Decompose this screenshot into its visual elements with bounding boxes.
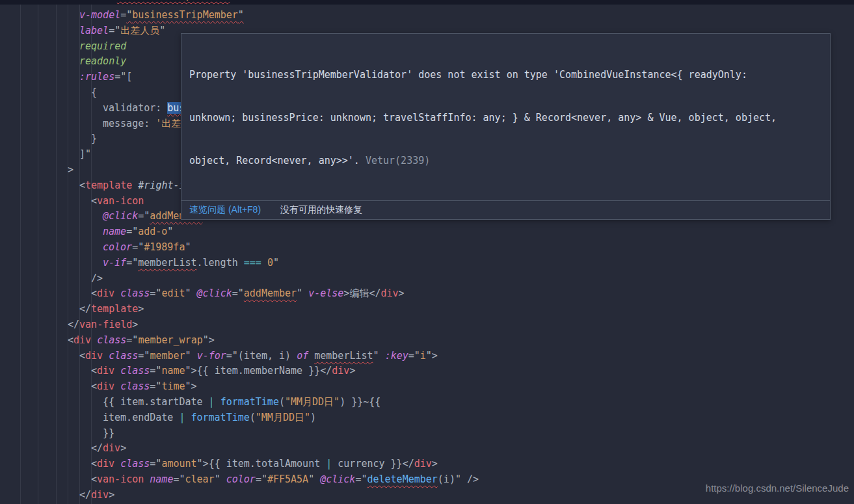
code-token: class	[109, 350, 138, 362]
code-token: deleteMember	[367, 473, 437, 485]
code-token: "	[185, 287, 197, 299]
code-line[interactable]: <div class="member_wrap">	[0, 333, 854, 349]
code-token: </	[403, 458, 414, 470]
code-token: "	[126, 9, 132, 21]
peek-problem-link[interactable]: 速览问题 (Alt+F8)	[189, 204, 261, 216]
code-token	[215, 396, 220, 408]
code-token: i	[420, 350, 426, 362]
code-token: >	[132, 319, 138, 330]
watermark-url: https://blog.csdn.net/SilenceJude	[706, 483, 849, 494]
code-token: "	[373, 350, 385, 362]
code-token: ===	[244, 257, 261, 269]
code-token: )	[310, 412, 316, 423]
code-token: validator:	[103, 102, 167, 114]
error-message-line: object, Record<never, any>>'. Vetur(2339…	[189, 153, 822, 168]
code-line[interactable]: name="add-o"	[0, 224, 854, 240]
code-token: </	[320, 365, 332, 377]
code-token: "	[238, 9, 244, 21]
code-line[interactable]: <div class="member" v-for="(item, i) of …	[0, 349, 854, 364]
code-token: <	[91, 287, 97, 299]
code-token	[103, 350, 109, 362]
code-token: ="	[408, 350, 420, 362]
code-editor[interactable]: name="businessTripNumber" v-model="busin…	[0, 0, 854, 504]
code-line[interactable]: v-model="businessTripMember"	[0, 8, 854, 23]
code-token: <	[91, 380, 97, 392]
code-token: class	[97, 334, 126, 346]
code-token: >	[138, 303, 144, 315]
code-token: 出差人员	[120, 25, 159, 36]
code-token: <	[91, 195, 97, 207]
code-line[interactable]: color="#1989fa"	[0, 240, 854, 256]
code-line[interactable]: v-if="memberList.length === 0"	[0, 256, 854, 271]
code-token: <	[91, 473, 97, 485]
code-token: name	[79, 0, 105, 1]
code-line[interactable]: name="businessTripNumber"	[0, 0, 854, 5]
code-token: readonly	[79, 55, 126, 67]
code-token: "MM月DD日"	[285, 396, 340, 408]
code-token: @click	[320, 473, 355, 485]
code-token: businessTripMember	[132, 9, 238, 21]
code-token: ="	[138, 350, 150, 362]
code-token: add-o	[138, 226, 167, 237]
code-token: ">	[197, 458, 209, 470]
hover-actions-bar: 速览问题 (Alt+F8) 没有可用的快速修复	[181, 200, 830, 219]
code-line[interactable]: />	[0, 271, 854, 287]
code-token: name	[150, 473, 173, 485]
code-line[interactable]: <div class="time">	[0, 379, 854, 395]
code-token: "	[297, 287, 308, 299]
code-token: |	[209, 396, 215, 408]
code-line[interactable]: </div>	[0, 441, 854, 457]
code-token: </	[91, 442, 103, 454]
code-token: div	[103, 442, 120, 454]
code-token: </	[369, 287, 380, 299]
code-token: ">	[185, 365, 197, 377]
code-line[interactable]: <div class="name">{{ item.memberName }}<…	[0, 364, 854, 379]
code-token: 0	[267, 257, 273, 269]
code-token: ="[	[114, 71, 132, 83]
code-line[interactable]: <div class="amount">{{ item.totalAmount …	[0, 457, 854, 472]
code-token: class	[120, 458, 150, 470]
code-token: color	[226, 473, 256, 485]
code-token: ="	[105, 0, 117, 1]
code-line[interactable]: }}	[0, 426, 854, 442]
error-message-line: Property 'businessTripMemberValidator' d…	[189, 68, 822, 82]
code-token: member	[150, 350, 185, 362]
code-token: amount	[161, 458, 196, 470]
code-token: div	[85, 350, 103, 362]
code-token: ="	[150, 287, 161, 299]
code-token: =	[120, 9, 126, 21]
code-token: class	[120, 365, 150, 377]
code-token: ="	[109, 25, 120, 36]
code-token: >	[399, 287, 405, 299]
code-token	[261, 257, 267, 269]
code-line[interactable]: </van-field>	[0, 317, 854, 333]
code-token: div	[97, 380, 114, 392]
code-token: >	[68, 164, 73, 176]
code-token: name	[161, 365, 185, 377]
code-token: "	[273, 257, 279, 269]
code-line[interactable]: {{ item.startDate | formatTime("MM月DD日")…	[0, 395, 854, 410]
code-token: time	[161, 380, 185, 392]
code-token: v-for	[197, 350, 226, 362]
code-token: ="	[150, 380, 161, 392]
code-token: ="	[232, 287, 244, 299]
code-token: <	[79, 350, 85, 362]
code-token: edit	[161, 287, 185, 299]
code-token	[114, 365, 120, 377]
code-token: ) }}~{{	[340, 396, 380, 408]
code-token: div	[97, 287, 114, 299]
code-token: "	[185, 241, 191, 253]
code-token: color	[103, 241, 132, 253]
code-line[interactable]: item.endDate | formatTime("MM月DD日")	[0, 410, 854, 426]
code-token: "	[230, 0, 236, 1]
code-token: {	[91, 86, 97, 98]
code-token: div	[91, 489, 109, 501]
code-token: "	[308, 473, 320, 485]
code-token: item.endDate	[103, 412, 179, 423]
code-token: ="	[355, 473, 367, 485]
code-token	[132, 179, 138, 191]
code-token: (i)	[438, 473, 455, 485]
code-line[interactable]: <div class="edit" @click="addMember" v-e…	[0, 286, 854, 302]
code-line[interactable]: </template>	[0, 302, 854, 317]
clipped-code-line: name="businessTripNumber"	[0, 0, 854, 5]
